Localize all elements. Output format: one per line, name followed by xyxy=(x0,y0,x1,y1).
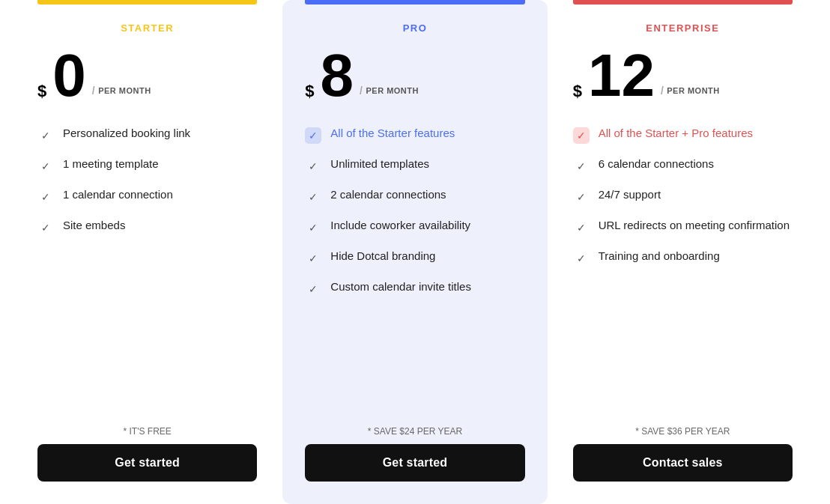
feature-text-enterprise-2: 24/7 support xyxy=(599,188,661,201)
per-label-enterprise: PER MONTH xyxy=(667,86,720,95)
bottom-section-pro: * SAVE $24 PER YEARGet started xyxy=(305,426,524,482)
price-period-starter: /PER MONTH xyxy=(92,85,151,97)
feature-item-enterprise-3: ✓URL redirects on meeting confirmation xyxy=(573,219,793,236)
bottom-section-starter: * IT'S FREEGet started xyxy=(37,426,257,482)
feature-item-pro-5: ✓Custom calendar invite titles xyxy=(305,280,524,297)
check-icon-starter-2: ✓ xyxy=(37,189,54,205)
check-icon-starter-3: ✓ xyxy=(37,219,54,236)
check-icon-enterprise-4: ✓ xyxy=(573,250,590,267)
price-amount-enterprise: 12 xyxy=(588,46,655,106)
feature-item-enterprise-0: ✓All of the Starter + Pro features xyxy=(573,127,793,144)
feature-text-starter-0: Personalized booking link xyxy=(63,127,190,139)
feature-text-starter-3: Site embeds xyxy=(63,219,125,231)
price-row-pro: $8/PER MONTH xyxy=(305,46,524,106)
check-icon-starter-1: ✓ xyxy=(37,158,54,174)
slash-starter: / xyxy=(92,85,95,97)
feature-item-starter-3: ✓Site embeds xyxy=(37,219,257,236)
slash-enterprise: / xyxy=(661,85,664,97)
check-icon-enterprise-3: ✓ xyxy=(573,219,590,236)
cta-button-pro[interactable]: Get started xyxy=(305,444,524,482)
savings-note-enterprise: * SAVE $36 PER YEAR xyxy=(635,426,730,437)
feature-text-starter-1: 1 meeting template xyxy=(63,157,159,170)
price-amount-starter: 0 xyxy=(52,46,86,106)
price-amount-pro: 8 xyxy=(321,46,354,106)
check-icon-enterprise-1: ✓ xyxy=(573,158,590,174)
price-symbol-pro: $ xyxy=(305,83,314,100)
bottom-section-enterprise: * SAVE $36 PER YEARContact sales xyxy=(573,426,793,482)
check-icon-starter-0: ✓ xyxy=(37,127,54,144)
feature-text-pro-0: All of the Starter features xyxy=(330,127,455,139)
savings-note-pro: * SAVE $24 PER YEAR xyxy=(368,426,462,437)
feature-item-starter-0: ✓Personalized booking link xyxy=(37,127,257,144)
top-bar-enterprise xyxy=(573,0,793,4)
feature-item-enterprise-2: ✓24/7 support xyxy=(573,188,793,205)
cta-button-starter[interactable]: Get started xyxy=(37,444,257,482)
plan-name-pro: PRO xyxy=(305,22,524,34)
feature-text-enterprise-1: 6 calendar connections xyxy=(599,157,714,170)
features-list-enterprise: ✓All of the Starter + Pro features✓6 cal… xyxy=(573,127,793,408)
feature-item-pro-2: ✓2 calendar connections xyxy=(305,188,524,205)
feature-text-enterprise-4: Training and onboarding xyxy=(599,249,720,262)
feature-item-pro-0: ✓All of the Starter features xyxy=(305,127,524,144)
features-list-pro: ✓All of the Starter features✓Unlimited t… xyxy=(305,127,524,408)
price-period-pro: /PER MONTH xyxy=(360,85,419,97)
plan-card-starter: STARTER$0/PER MONTH✓Personalized booking… xyxy=(15,0,279,504)
feature-item-pro-3: ✓Include coworker availability xyxy=(305,219,524,236)
top-bar-starter xyxy=(37,0,257,4)
feature-text-pro-1: Unlimited templates xyxy=(330,157,429,170)
plan-card-enterprise: ENTERPRISE$12/PER MONTH✓All of the Start… xyxy=(551,0,815,504)
feature-item-pro-1: ✓Unlimited templates xyxy=(305,157,524,174)
check-icon-pro-4: ✓ xyxy=(305,250,321,267)
check-icon-pro-0: ✓ xyxy=(305,127,321,144)
price-symbol-enterprise: $ xyxy=(573,83,582,100)
feature-text-enterprise-3: URL redirects on meeting confirmation xyxy=(599,219,790,231)
savings-note-starter: * IT'S FREE xyxy=(124,426,172,437)
check-icon-enterprise-2: ✓ xyxy=(573,189,590,205)
cta-button-enterprise[interactable]: Contact sales xyxy=(573,444,793,482)
price-row-starter: $0/PER MONTH xyxy=(37,46,257,106)
feature-item-starter-1: ✓1 meeting template xyxy=(37,157,257,174)
price-row-enterprise: $12/PER MONTH xyxy=(573,46,793,106)
slash-pro: / xyxy=(360,85,363,97)
feature-text-pro-4: Hide Dotcal branding xyxy=(330,249,435,262)
feature-text-pro-2: 2 calendar connections xyxy=(330,188,446,201)
feature-item-enterprise-1: ✓6 calendar connections xyxy=(573,157,793,174)
features-list-starter: ✓Personalized booking link✓1 meeting tem… xyxy=(37,127,257,408)
plan-name-enterprise: ENTERPRISE xyxy=(573,22,793,34)
feature-text-starter-2: 1 calendar connection xyxy=(63,188,173,201)
check-icon-pro-3: ✓ xyxy=(305,219,321,236)
feature-text-enterprise-0: All of the Starter + Pro features xyxy=(599,127,753,139)
feature-item-starter-2: ✓1 calendar connection xyxy=(37,188,257,205)
feature-item-pro-4: ✓Hide Dotcal branding xyxy=(305,249,524,267)
plan-card-pro: PRO$8/PER MONTH✓All of the Starter featu… xyxy=(282,0,547,504)
plan-name-starter: STARTER xyxy=(37,22,257,34)
price-period-enterprise: /PER MONTH xyxy=(661,85,720,97)
feature-item-enterprise-4: ✓Training and onboarding xyxy=(573,249,793,267)
feature-text-pro-5: Custom calendar invite titles xyxy=(330,280,471,293)
feature-text-pro-3: Include coworker availability xyxy=(330,219,470,231)
check-icon-enterprise-0: ✓ xyxy=(573,127,590,144)
price-symbol-starter: $ xyxy=(37,83,46,100)
check-icon-pro-5: ✓ xyxy=(305,281,321,297)
check-icon-pro-2: ✓ xyxy=(305,189,321,205)
per-label-starter: PER MONTH xyxy=(98,86,151,95)
per-label-pro: PER MONTH xyxy=(366,86,419,95)
top-bar-pro xyxy=(305,0,524,4)
pricing-container: STARTER$0/PER MONTH✓Personalized booking… xyxy=(0,0,830,504)
check-icon-pro-1: ✓ xyxy=(305,158,321,174)
